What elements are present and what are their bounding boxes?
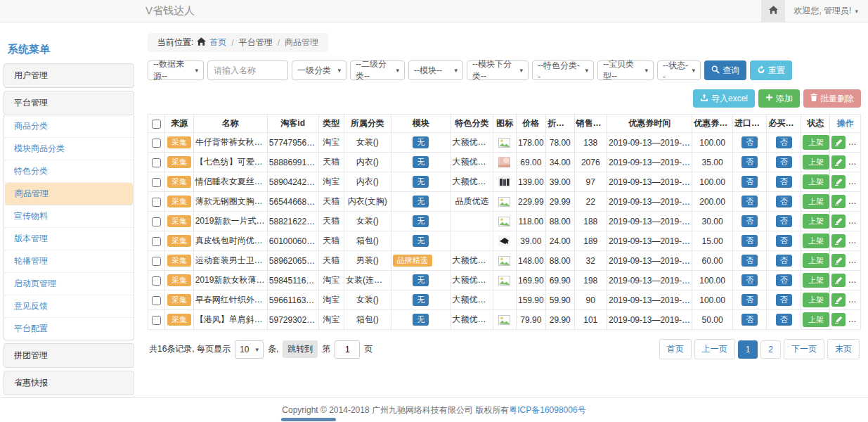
sidebar-item[interactable]: 轮播管理 (4, 250, 134, 273)
per-page-select[interactable]: 10 ▾ (235, 340, 264, 359)
edit-button[interactable] (831, 175, 846, 188)
page-button[interactable]: 2 (760, 340, 781, 359)
filter-select[interactable]: --二级分类--▾ (350, 60, 405, 80)
edit-button[interactable] (831, 155, 846, 169)
module-badge[interactable]: 无 (413, 176, 429, 188)
import-select-badge[interactable]: 否 (741, 235, 758, 247)
status-button[interactable]: 上架 (803, 273, 829, 288)
jump-to-button[interactable]: 跳转到 (283, 340, 318, 358)
breadcrumb-home-link[interactable]: 首页 (209, 37, 226, 49)
sidebar-group-header[interactable]: 省惠快报 (4, 371, 134, 395)
status-button[interactable]: 上架 (803, 214, 829, 229)
row-checkbox[interactable] (152, 217, 161, 226)
import-select-badge[interactable]: 否 (741, 196, 758, 207)
page-button[interactable]: 末页 (827, 339, 860, 359)
jump-page-input[interactable] (335, 340, 360, 359)
filter-select[interactable]: 一级分类▾ (292, 60, 346, 80)
module-badge[interactable]: 无 (413, 215, 429, 227)
status-button[interactable]: 上架 (803, 174, 829, 189)
home-button[interactable] (761, 0, 785, 22)
import-select-badge[interactable]: 否 (741, 255, 758, 267)
module-badge[interactable]: 无 (413, 314, 429, 326)
module-badge[interactable]: 无 (413, 136, 429, 148)
reset-button[interactable]: 重置 (750, 60, 792, 80)
filter-select[interactable]: --状态--▾ (657, 60, 701, 80)
edit-button[interactable] (831, 234, 846, 248)
import-select-badge[interactable]: 否 (741, 215, 758, 227)
status-button[interactable]: 上架 (803, 312, 829, 327)
must-buy-badge[interactable]: 否 (776, 294, 792, 306)
module-badge[interactable]: 无 (413, 196, 429, 207)
row-checkbox[interactable] (152, 198, 161, 207)
status-button[interactable]: 上架 (803, 253, 829, 268)
must-buy-badge[interactable]: 否 (776, 314, 792, 326)
sidebar-item[interactable]: 商品管理 (5, 183, 133, 205)
filter-select[interactable]: --特色分类--▾ (532, 60, 594, 80)
row-checkbox[interactable] (152, 276, 161, 286)
sidebar-item[interactable]: 模块商品分类 (4, 138, 134, 160)
add-button[interactable]: 添加 (758, 89, 800, 108)
row-checkbox[interactable] (152, 316, 161, 325)
sidebar-item[interactable]: 平台配置 (4, 318, 134, 340)
sidebar-item[interactable]: 启动页管理 (4, 273, 134, 295)
row-checkbox[interactable] (152, 139, 161, 148)
status-button[interactable]: 上架 (803, 293, 829, 307)
edit-button[interactable] (831, 254, 846, 267)
module-badge[interactable]: 无 (413, 235, 429, 247)
sidebar-item[interactable]: 特色分类 (4, 160, 134, 183)
search-button[interactable]: 查询 (704, 60, 746, 80)
row-checkbox[interactable] (152, 178, 161, 187)
search-name-input[interactable] (207, 60, 288, 80)
sidebar-item[interactable]: 商品分类 (4, 115, 134, 138)
edit-button[interactable] (831, 274, 846, 287)
must-buy-badge[interactable]: 否 (776, 274, 792, 286)
edit-button[interactable] (831, 313, 846, 326)
must-buy-badge[interactable]: 否 (776, 215, 792, 227)
row-checkbox[interactable] (152, 257, 161, 266)
page-button[interactable]: 首页 (659, 339, 692, 359)
edit-button[interactable] (831, 293, 846, 307)
page-button[interactable]: 上一页 (694, 339, 735, 359)
import-select-badge[interactable]: 否 (741, 176, 758, 188)
filter-select[interactable]: --数据来源--▾ (148, 60, 204, 80)
must-buy-badge[interactable]: 否 (776, 156, 792, 168)
sidebar-group-header[interactable]: 拼团管理 (4, 343, 134, 368)
sidebar-item[interactable]: 版本管理 (4, 228, 134, 250)
status-button[interactable]: 上架 (803, 194, 829, 209)
filter-select[interactable]: --模块下分类--▾ (467, 60, 529, 80)
import-select-badge[interactable]: 否 (741, 274, 758, 286)
module-badge[interactable]: 品牌精选 (393, 255, 432, 267)
module-badge[interactable]: 无 (413, 156, 429, 168)
edit-button[interactable] (831, 215, 846, 228)
icp-link[interactable]: 粤ICP备16098006号 (509, 404, 585, 416)
must-buy-badge[interactable]: 否 (776, 255, 792, 267)
row-checkbox[interactable] (152, 296, 161, 305)
must-buy-badge[interactable]: 否 (776, 196, 792, 207)
sidebar-item[interactable]: 意见反馈 (4, 295, 134, 318)
import-select-badge[interactable]: 否 (741, 136, 758, 148)
select-all-checkbox[interactable] (152, 120, 161, 129)
horizontal-scrollbar-thumb[interactable] (281, 418, 336, 421)
import-select-badge[interactable]: 否 (741, 294, 758, 306)
status-button[interactable]: 上架 (803, 234, 829, 248)
filter-select[interactable]: --宝贝类型--▾ (597, 60, 654, 80)
import-excel-button[interactable]: 导入excel (693, 89, 755, 108)
module-badge[interactable]: 无 (413, 274, 429, 286)
status-button[interactable]: 上架 (803, 135, 829, 150)
page-button[interactable]: 下一页 (784, 339, 824, 359)
import-select-badge[interactable]: 否 (741, 156, 758, 168)
page-button[interactable]: 1 (738, 340, 758, 359)
filter-select[interactable]: --模块--▾ (408, 60, 463, 80)
edit-button[interactable] (831, 195, 846, 208)
status-button[interactable]: 上架 (803, 155, 829, 170)
sidebar-group-header[interactable]: 用户管理 (4, 63, 134, 88)
module-badge[interactable]: 无 (413, 294, 429, 306)
import-select-badge[interactable]: 否 (741, 314, 758, 326)
must-buy-badge[interactable]: 否 (776, 136, 792, 148)
user-menu[interactable]: 欢迎您, 管理员! ▾ (793, 5, 858, 17)
sidebar-item[interactable]: 宣传物料 (4, 205, 134, 228)
sidebar-group-header[interactable]: 平台管理 (4, 91, 134, 115)
must-buy-badge[interactable]: 否 (776, 176, 792, 188)
row-checkbox[interactable] (152, 237, 161, 246)
row-checkbox[interactable] (152, 158, 161, 167)
